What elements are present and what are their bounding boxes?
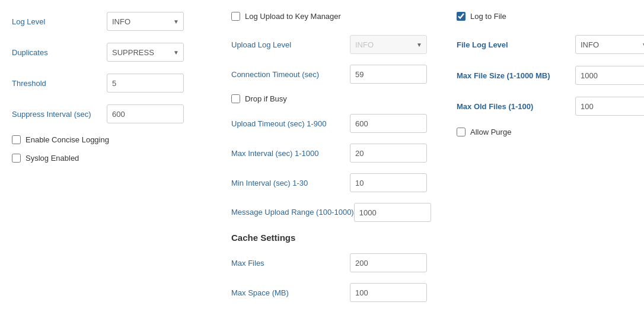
message-upload-label: Message Upload Range (100-1000) bbox=[231, 207, 354, 218]
upload-timeout-label: Upload Timeout (sec) 1-900 bbox=[231, 119, 350, 128]
max-old-files-row: Max Old Files (1-100) bbox=[457, 97, 644, 116]
syslog-row: Syslog Enabled bbox=[12, 154, 208, 163]
file-log-level-select[interactable]: DEBUG INFO WARNING ERROR bbox=[575, 35, 644, 54]
duplicates-row: Duplicates ALLOW SUPPRESS ▼ bbox=[12, 43, 208, 62]
enable-concise-label: Enable Concise Logging bbox=[25, 135, 109, 144]
syslog-label: Syslog Enabled bbox=[25, 154, 79, 163]
log-upload-checkbox[interactable] bbox=[231, 12, 240, 21]
upload-timeout-input[interactable] bbox=[350, 114, 427, 133]
min-interval-row: Min Interval (sec) 1-30 bbox=[231, 173, 421, 192]
log-to-file-checkbox[interactable] bbox=[457, 12, 466, 21]
suppress-interval-label: Suppress Interval (sec) bbox=[12, 110, 107, 119]
enable-concise-row: Enable Concise Logging bbox=[12, 135, 208, 144]
upload-log-level-select[interactable]: INFO bbox=[350, 35, 427, 54]
max-space-row: Max Space (MB) bbox=[231, 283, 421, 302]
max-interval-row: Max Interval (sec) 1-1000 bbox=[231, 144, 421, 163]
upload-timeout-row: Upload Timeout (sec) 1-900 bbox=[231, 114, 421, 133]
connection-timeout-row: Connection Timeout (sec) bbox=[231, 65, 421, 84]
upload-log-level-label: Upload Log Level bbox=[231, 40, 350, 49]
duplicates-label: Duplicates bbox=[12, 48, 107, 57]
log-level-label: Log Level bbox=[12, 17, 107, 26]
log-to-file-row: Log to File bbox=[457, 12, 644, 21]
syslog-checkbox[interactable] bbox=[12, 154, 21, 163]
log-level-select-wrapper: DEBUG INFO WARNING ERROR ▼ bbox=[107, 12, 184, 31]
drop-if-busy-checkbox[interactable] bbox=[231, 94, 240, 103]
duplicates-select[interactable]: ALLOW SUPPRESS bbox=[107, 43, 184, 62]
min-interval-input[interactable] bbox=[350, 173, 427, 192]
duplicates-select-wrapper: ALLOW SUPPRESS ▼ bbox=[107, 43, 184, 62]
right-column: Log to File File Log Level DEBUG INFO WA… bbox=[433, 12, 644, 313]
file-log-level-select-wrapper: DEBUG INFO WARNING ERROR ▼ bbox=[575, 35, 644, 54]
max-file-size-row: Max File Size (1-1000 MB) bbox=[457, 66, 644, 85]
drop-if-busy-label: Drop if Busy bbox=[245, 94, 287, 103]
threshold-label: Threshold bbox=[12, 79, 107, 88]
middle-column: Log Upload to Key Manager Upload Log Lev… bbox=[219, 12, 433, 313]
allow-purge-row: Allow Purge bbox=[457, 128, 644, 136]
max-files-input[interactable] bbox=[350, 253, 427, 272]
left-column: Log Level DEBUG INFO WARNING ERROR ▼ Dup… bbox=[12, 12, 219, 313]
drop-if-busy-row: Drop if Busy bbox=[231, 94, 421, 103]
max-interval-input[interactable] bbox=[350, 144, 427, 163]
max-files-label: Max Files bbox=[231, 259, 350, 268]
min-interval-label: Min Interval (sec) 1-30 bbox=[231, 179, 350, 187]
main-layout: Log Level DEBUG INFO WARNING ERROR ▼ Dup… bbox=[12, 12, 632, 313]
threshold-row: Threshold bbox=[12, 74, 208, 93]
log-level-select[interactable]: DEBUG INFO WARNING ERROR bbox=[107, 12, 184, 31]
allow-purge-checkbox[interactable] bbox=[457, 128, 466, 136]
suppress-interval-row: Suppress Interval (sec) bbox=[12, 104, 208, 123]
max-file-size-input[interactable] bbox=[575, 66, 644, 85]
connection-timeout-label: Connection Timeout (sec) bbox=[231, 70, 350, 79]
message-upload-row: Message Upload Range (100-1000) bbox=[231, 203, 421, 222]
log-upload-label: Log Upload to Key Manager bbox=[245, 12, 341, 21]
log-to-file-label: Log to File bbox=[470, 12, 506, 21]
max-files-row: Max Files bbox=[231, 253, 421, 272]
file-log-level-label: File Log Level bbox=[457, 40, 575, 49]
max-old-files-input[interactable] bbox=[575, 97, 644, 116]
enable-concise-checkbox[interactable] bbox=[12, 135, 21, 144]
upload-log-level-select-wrapper: INFO ▼ bbox=[350, 35, 427, 54]
max-space-input[interactable] bbox=[350, 283, 427, 302]
max-old-files-label: Max Old Files (1-100) bbox=[457, 102, 575, 111]
upload-log-level-row: Upload Log Level INFO ▼ bbox=[231, 35, 421, 54]
file-log-level-row: File Log Level DEBUG INFO WARNING ERROR … bbox=[457, 35, 644, 54]
log-upload-row: Log Upload to Key Manager bbox=[231, 12, 421, 21]
suppress-interval-input[interactable] bbox=[107, 104, 184, 123]
threshold-input[interactable] bbox=[107, 74, 184, 93]
connection-timeout-input[interactable] bbox=[350, 65, 427, 84]
cache-settings-title: Cache Settings bbox=[231, 233, 421, 243]
max-space-label: Max Space (MB) bbox=[231, 288, 350, 297]
max-file-size-label: Max File Size (1-1000 MB) bbox=[457, 71, 575, 80]
allow-purge-label: Allow Purge bbox=[470, 128, 511, 136]
log-level-row: Log Level DEBUG INFO WARNING ERROR ▼ bbox=[12, 12, 208, 31]
max-interval-label: Max Interval (sec) 1-1000 bbox=[231, 149, 350, 158]
message-upload-input[interactable] bbox=[354, 203, 431, 222]
